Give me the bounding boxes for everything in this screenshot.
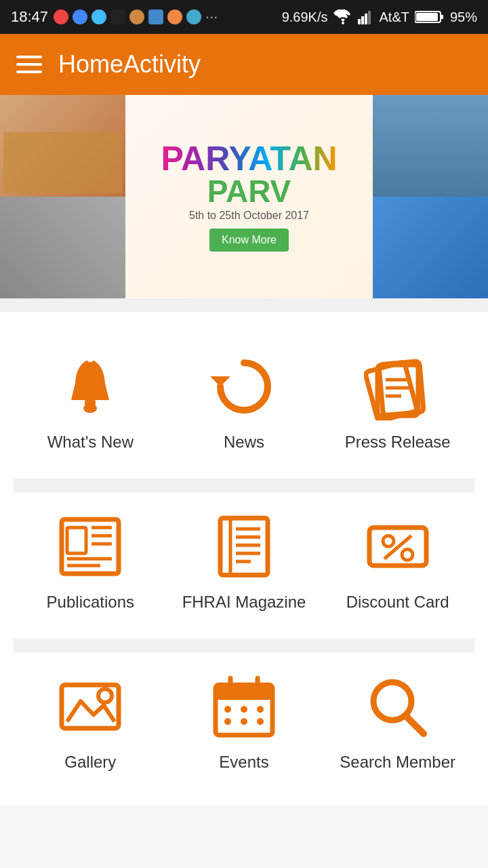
svg-rect-3 [365,14,367,24]
banner-cell-1 [0,95,125,197]
menu-label-publications: Publications [47,593,134,612]
svg-point-34 [383,536,394,547]
svg-point-35 [402,549,413,560]
svg-point-44 [241,706,247,713]
menu-row-1: What's New News [14,332,474,479]
menu-label-search-member: Search Member [340,753,455,772]
refresh-icon [210,353,278,420]
status-carrier: At&T [380,9,409,25]
svg-rect-4 [368,11,371,24]
menu-label-discount-card: Discount Card [346,593,449,612]
status-time: 18:47 [11,8,48,26]
event-name: PARYATAN [161,142,337,176]
know-more-button[interactable]: Know More [209,229,289,252]
svg-point-0 [342,22,344,24]
svg-point-48 [257,718,264,725]
svg-point-46 [224,718,231,725]
gallery-icon [56,673,124,741]
cards-icon [364,353,432,420]
hamburger-menu-button[interactable] [16,56,42,73]
menu-item-search-member[interactable]: Search Member [321,652,474,799]
discount-icon [364,513,432,580]
svg-rect-20 [67,528,86,553]
event-date: 5th to 25th October 2017 [189,210,309,222]
menu-label-news: News [224,433,264,452]
banner-grid: PARYATAN PARV 5th to 25th October 2017 K… [0,95,488,298]
menu-label-whats-new: What's New [47,433,134,452]
menu-item-discount-card[interactable]: Discount Card [321,492,474,639]
banner-cell-6 [373,197,488,298]
banner-cell-4 [0,197,125,298]
wifi-icon [333,9,352,24]
svg-line-50 [406,716,424,734]
menu-item-publications[interactable]: Publications [14,492,167,639]
menu-item-whats-new[interactable]: What's New [14,332,167,479]
menu-row-2: Publications FHRAI Magazine [14,492,474,639]
magazine-icon [210,513,278,580]
svg-marker-12 [210,376,230,387]
search-member-icon [364,673,432,741]
menu-label-events: Events [219,753,268,772]
svg-rect-7 [441,15,443,19]
menu-label-gallery: Gallery [64,753,116,772]
svg-point-47 [241,718,247,725]
newspaper-icon [56,513,124,580]
svg-point-45 [257,706,264,713]
banner: PARYATAN PARV 5th to 25th October 2017 K… [0,95,488,298]
section-divider-1 [0,298,488,312]
svg-point-11 [87,355,94,361]
status-app-icons: ··· [54,8,218,26]
section-divider-2 [14,479,474,492]
status-battery: 95% [450,9,477,25]
status-speed: 9.69K/s [282,9,328,25]
battery-icon [415,9,445,24]
signal-icon [358,9,374,24]
menu-item-fhrai-magazine[interactable]: FHRAI Magazine [167,492,321,639]
calendar-icon [210,673,278,741]
svg-point-9 [83,403,97,413]
status-right-icons: 9.69K/s At&T 95% [282,9,477,25]
menu-label-press-release: Press Release [345,433,451,452]
svg-rect-2 [361,16,364,24]
svg-rect-40 [216,685,272,700]
svg-rect-6 [416,13,438,21]
top-bar: HomeActivity [0,34,488,95]
bell-icon [56,353,124,420]
banner-cell-3 [373,95,488,197]
menu-item-press-release[interactable]: Press Release [321,332,474,479]
svg-rect-1 [358,19,361,24]
menu-section: What's New News [0,312,488,806]
section-divider-3 [14,639,474,652]
menu-item-gallery[interactable]: Gallery [14,652,167,799]
status-bar: 18:47 ··· 9.69K/s At&T [0,0,488,34]
svg-point-43 [224,706,231,713]
menu-label-fhrai-magazine: FHRAI Magazine [182,593,306,612]
banner-center: PARYATAN PARV 5th to 25th October 2017 K… [125,95,373,298]
menu-item-news[interactable]: News [167,332,321,479]
svg-point-38 [98,689,112,703]
event-subtitle: PARV [207,176,291,207]
menu-row-3: Gallery [14,652,474,799]
menu-item-events[interactable]: Events [167,652,321,799]
app-title: HomeActivity [58,50,201,79]
